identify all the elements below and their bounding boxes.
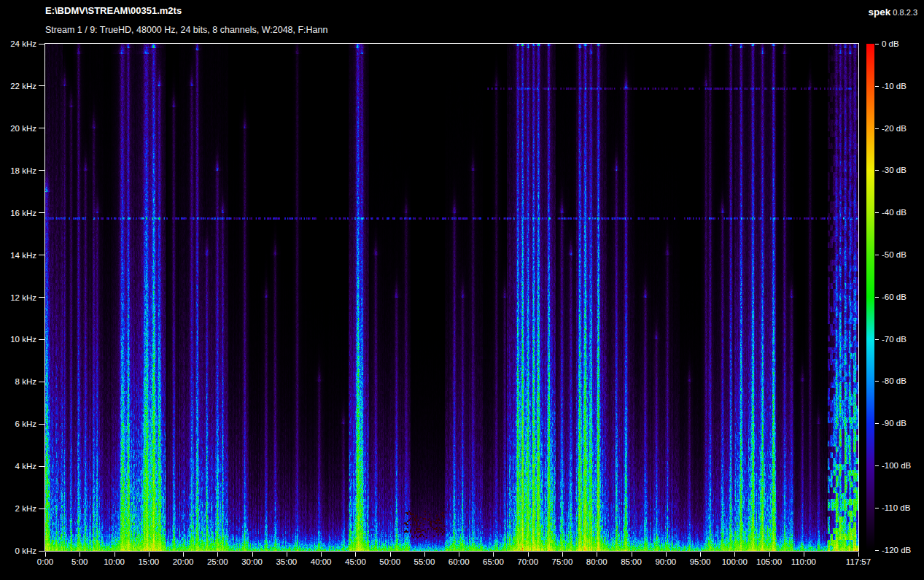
time-tick — [287, 552, 287, 557]
time-label: 85:00 — [621, 557, 642, 566]
time-tick — [734, 552, 735, 557]
time-label: 80:00 — [586, 557, 607, 566]
app-version: 0.8.2.3 — [893, 8, 917, 17]
time-label: 0:00 — [37, 557, 53, 566]
db-tick — [875, 128, 879, 129]
db-tick — [875, 550, 879, 551]
freq-label: 18 kHz — [0, 166, 36, 176]
freq-tick — [39, 551, 44, 552]
db-label: -80 dB — [882, 376, 906, 386]
time-tick — [597, 552, 597, 557]
db-tick — [875, 423, 879, 424]
db-label: -90 dB — [882, 418, 906, 428]
time-label: 110:00 — [791, 557, 816, 566]
db-tick — [875, 255, 879, 255]
freq-label: 8 kHz — [0, 376, 36, 387]
freq-tick — [39, 424, 44, 425]
time-label: 40:00 — [311, 557, 332, 566]
freq-label: 20 kHz — [0, 123, 36, 134]
db-label: -100 dB — [882, 460, 911, 471]
db-label: 0 dB — [882, 39, 899, 49]
time-label: 117:57 — [846, 557, 871, 566]
db-label: -60 dB — [882, 292, 906, 302]
freq-tick — [39, 297, 44, 298]
time-tick — [390, 552, 391, 557]
time-label: 90:00 — [655, 557, 676, 566]
freq-label: 12 kHz — [0, 293, 36, 303]
time-tick — [183, 552, 184, 557]
freq-tick — [39, 255, 44, 255]
time-tick — [769, 552, 770, 557]
time-tick — [493, 552, 494, 557]
time-tick — [700, 552, 701, 557]
db-label: -30 dB — [882, 165, 906, 175]
time-label: 105:00 — [756, 557, 782, 566]
db-label: -40 dB — [882, 207, 906, 217]
time-label: 10:00 — [104, 557, 125, 566]
time-label: 45:00 — [345, 557, 366, 566]
db-tick — [875, 381, 879, 382]
db-label: -120 dB — [882, 545, 911, 555]
freq-label: 22 kHz — [0, 81, 36, 91]
time-label: 25:00 — [207, 557, 228, 566]
time-tick — [252, 552, 253, 557]
db-tick — [875, 44, 879, 45]
time-label: 50:00 — [379, 557, 400, 566]
app-name: spek — [869, 7, 891, 18]
db-label: -70 dB — [882, 334, 906, 344]
db-tick — [875, 508, 879, 509]
time-label: 35:00 — [276, 557, 297, 566]
time-label: 60:00 — [449, 557, 470, 566]
plot-frame — [44, 43, 859, 552]
freq-tick — [39, 44, 44, 45]
freq-label: 6 kHz — [0, 419, 36, 429]
time-tick — [632, 552, 632, 557]
time-tick — [217, 552, 218, 557]
freq-label: 16 kHz — [0, 208, 36, 218]
freq-label: 4 kHz — [0, 461, 36, 471]
freq-tick — [39, 85, 44, 86]
time-tick — [528, 552, 529, 557]
db-tick — [875, 170, 879, 171]
spectrogram-canvas — [45, 44, 858, 551]
freq-label: 24 kHz — [0, 39, 36, 49]
stream-info: Stream 1 / 9: TrueHD, 48000 Hz, 24 bits,… — [45, 25, 327, 35]
db-label: -110 dB — [882, 503, 910, 513]
freq-tick — [39, 339, 44, 340]
time-label: 70:00 — [517, 557, 538, 566]
time-tick — [45, 552, 46, 557]
freq-label: 2 kHz — [0, 503, 36, 514]
time-tick — [562, 552, 563, 557]
time-tick — [149, 552, 150, 557]
db-gradient-bar — [866, 44, 874, 550]
db-tick — [875, 86, 879, 87]
time-label: 15:00 — [138, 557, 159, 566]
freq-label: 10 kHz — [0, 334, 36, 344]
time-tick — [804, 552, 804, 557]
db-tick — [875, 465, 879, 466]
db-label: -10 dB — [882, 81, 906, 91]
file-path-title: E:\BDMV\STREAM\00351.m2ts — [45, 5, 182, 16]
time-tick — [424, 552, 425, 557]
time-tick — [355, 552, 356, 557]
freq-tick — [39, 382, 44, 382]
time-tick — [79, 552, 80, 557]
time-label: 95:00 — [690, 557, 711, 566]
freq-tick — [39, 212, 44, 213]
freq-tick — [39, 509, 44, 509]
time-tick — [666, 552, 667, 557]
time-tick — [459, 552, 459, 557]
db-label: -50 dB — [882, 250, 906, 260]
freq-label: 0 kHz — [0, 546, 36, 556]
time-label: 30:00 — [241, 557, 263, 566]
freq-tick — [39, 170, 44, 171]
time-label: 75:00 — [552, 557, 573, 566]
db-tick — [875, 339, 879, 340]
time-label: 100:00 — [722, 557, 748, 566]
time-tick — [858, 552, 859, 557]
time-tick — [114, 552, 115, 557]
freq-label: 14 kHz — [0, 250, 36, 260]
db-tick — [875, 297, 879, 298]
freq-tick — [39, 128, 44, 128]
freq-tick — [39, 466, 44, 467]
